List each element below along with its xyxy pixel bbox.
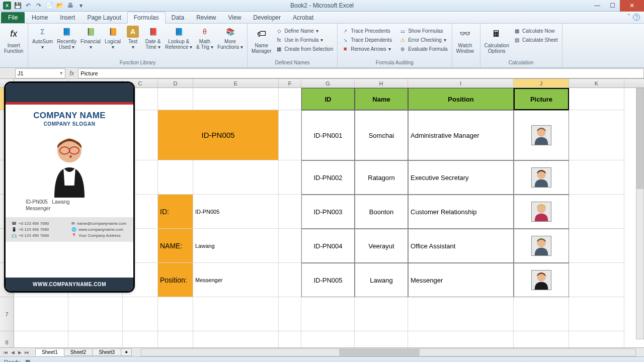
horizontal-scrollbar[interactable] <box>141 348 636 356</box>
logical-button[interactable]: 📙Logical▾ <box>103 25 123 51</box>
evaluate-formula-button[interactable]: ⊚Evaluate Formula <box>397 45 449 53</box>
col-head-I[interactable]: I <box>408 79 514 87</box>
cell-E4[interactable]: ID-PN005 <box>193 195 279 229</box>
error-checking-button[interactable]: ⚠Error Checking ▾ <box>397 36 449 44</box>
create-from-selection-button[interactable]: ▦Create from Selection <box>274 45 336 53</box>
cell-G8[interactable] <box>301 331 355 347</box>
cell-C8[interactable] <box>123 331 158 347</box>
col-head-E[interactable]: E <box>193 79 279 87</box>
cell-J7[interactable] <box>514 297 569 331</box>
cell-F8[interactable] <box>279 331 301 347</box>
sheet-nav-first[interactable]: ⏮ <box>2 350 9 355</box>
sheet-nav-prev[interactable]: ◀ <box>9 350 16 355</box>
tab-developer[interactable]: Developer <box>247 12 287 23</box>
more-functions-button[interactable]: 📚MoreFunctions ▾ <box>215 25 245 51</box>
name-box[interactable]: J1▾ <box>15 68 65 78</box>
minimize-ribbon-icon[interactable]: ˇ <box>628 14 630 21</box>
qat-print-icon[interactable]: 🖶 <box>66 2 74 10</box>
col-head-H[interactable]: H <box>355 79 408 87</box>
sheet-nav-last[interactable]: ⏭ <box>23 350 30 355</box>
math-trig-button[interactable]: θMath& Trig ▾ <box>194 25 215 51</box>
cell-J4[interactable] <box>514 195 569 229</box>
cell-C7[interactable] <box>123 297 158 331</box>
cell-G7[interactable] <box>301 297 355 331</box>
cell-G4[interactable]: ID-PN003 <box>301 195 355 229</box>
cell-F7[interactable] <box>279 297 301 331</box>
qat-new-icon[interactable]: 📄 <box>45 2 53 10</box>
qat-redo-icon[interactable]: ↷ <box>35 2 43 10</box>
remove-arrows-button[interactable]: ✖Remove Arrows ▾ <box>340 45 394 53</box>
cell-D3[interactable] <box>158 160 193 195</box>
sheet-tab-2[interactable]: Sheet2 <box>64 348 93 356</box>
cell-K2[interactable] <box>569 110 624 160</box>
sheet-tab-1[interactable]: Sheet1 <box>35 348 64 356</box>
tab-acrobat[interactable]: Acrobat <box>287 12 319 23</box>
col-head-K[interactable]: K <box>569 79 624 87</box>
close-button[interactable]: ✕ <box>620 0 644 12</box>
cell-E6[interactable]: Messenger <box>193 263 279 297</box>
fx-icon[interactable]: fx <box>65 70 78 77</box>
cell-G6[interactable]: ID-PN005 <box>301 263 355 297</box>
cell-E1[interactable] <box>193 88 279 110</box>
calculate-sheet-button[interactable]: ▤Calculate Sheet <box>511 36 560 44</box>
cell-H2[interactable]: Somchai <box>355 110 408 160</box>
cell-F5[interactable] <box>279 229 301 263</box>
maximize-button[interactable]: ☐ <box>605 0 620 12</box>
cell-E7[interactable] <box>193 297 279 331</box>
cell-D1[interactable] <box>158 88 193 110</box>
col-head-J[interactable]: J <box>514 79 569 87</box>
cell-A8[interactable] <box>14 331 68 347</box>
date-time-button[interactable]: 📕Date &Time ▾ <box>143 25 163 51</box>
worksheet-grid[interactable]: ABCDEFGHIJK 12345678 IDNamePositionPictu… <box>0 79 644 347</box>
calculate-now-button[interactable]: ▦Calculate Now <box>511 27 560 35</box>
cell-I3[interactable]: Executive Secretary <box>408 160 514 195</box>
cell-D4[interactable]: ID: <box>158 195 193 229</box>
minimize-button[interactable]: — <box>590 0 605 12</box>
tab-review[interactable]: Review <box>190 12 222 23</box>
trace-dependents-button[interactable]: ↘Trace Dependents <box>340 36 394 44</box>
name-manager-button[interactable]: 🏷Name Manager <box>250 25 273 55</box>
cell-G1[interactable]: ID <box>301 88 355 110</box>
id-card-object[interactable]: COMPANY NAME COMPANY SLOGAN ID-PN005 Law… <box>4 81 135 293</box>
cell-K7[interactable] <box>569 297 624 331</box>
tab-home[interactable]: Home <box>26 12 54 23</box>
cell-J8[interactable] <box>514 331 569 347</box>
new-sheet-button[interactable]: ✦ <box>121 348 132 356</box>
tab-page-layout[interactable]: Page Layout <box>81 12 127 23</box>
cell-D6[interactable]: Position: <box>158 263 193 297</box>
tab-view[interactable]: View <box>222 12 248 23</box>
cell-G3[interactable]: ID-PN002 <box>301 160 355 195</box>
cell-I2[interactable]: Administrative Manager <box>408 110 514 160</box>
cell-B7[interactable] <box>68 297 123 331</box>
help-icon[interactable]: ? <box>633 14 640 21</box>
cell-F3[interactable] <box>279 160 301 195</box>
vertical-scrollbar[interactable] <box>636 88 644 339</box>
define-name-button[interactable]: ◇Define Name ▾ <box>274 27 336 35</box>
cell-H4[interactable]: Boonton <box>355 195 408 229</box>
cell-H5[interactable]: Veerayut <box>355 229 408 263</box>
text-button[interactable]: AText▾ <box>123 25 143 51</box>
cell-H1[interactable]: Name <box>355 88 408 110</box>
cell-H7[interactable] <box>355 297 408 331</box>
cell-J6[interactable] <box>514 263 569 297</box>
file-tab[interactable]: File <box>1 12 25 23</box>
cell-G5[interactable]: ID-PN004 <box>301 229 355 263</box>
cell-D5[interactable]: NAME: <box>158 229 193 263</box>
col-head-G[interactable]: G <box>301 79 355 87</box>
cell-D7[interactable] <box>158 297 193 331</box>
cell-J1[interactable]: Picture <box>514 88 569 110</box>
financial-button[interactable]: 📗Financial▾ <box>78 25 103 51</box>
cell-F4[interactable] <box>279 195 301 229</box>
use-in-formula-button[interactable]: fxUse in Formula ▾ <box>274 36 336 44</box>
cell-K3[interactable] <box>569 160 624 195</box>
cell-K4[interactable] <box>569 195 624 229</box>
cell-D8[interactable] <box>158 331 193 347</box>
cell-I4[interactable]: Customer Relationship <box>408 195 514 229</box>
tab-insert[interactable]: Insert <box>54 12 81 23</box>
cell-J5[interactable] <box>514 229 569 263</box>
cell-E2[interactable] <box>193 110 279 160</box>
cell-I1[interactable]: Position <box>408 88 514 110</box>
tab-data[interactable]: Data <box>166 12 190 23</box>
cell-B8[interactable] <box>68 331 123 347</box>
tab-formulas[interactable]: Formulas <box>127 12 166 24</box>
